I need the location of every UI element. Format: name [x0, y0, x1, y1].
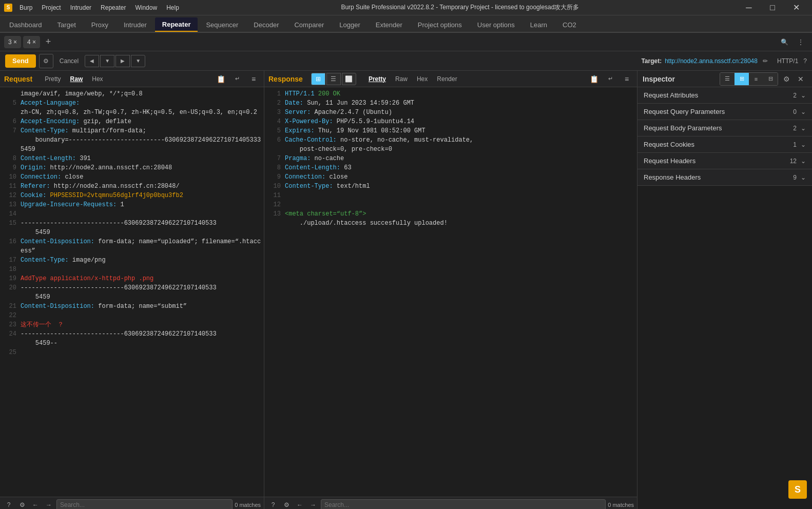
request-tab-hex[interactable]: Hex: [88, 74, 107, 84]
prev-dropdown-button[interactable]: ▼: [100, 55, 114, 67]
tab-decoder[interactable]: Decoder: [246, 17, 286, 32]
inspector-toggle-list-icon[interactable]: ☰: [720, 73, 734, 85]
request-footer-next-icon[interactable]: →: [43, 499, 54, 510]
tab-proxy[interactable]: Proxy: [84, 17, 115, 32]
inspector-section-header-request-body-params[interactable]: Request Body Parameters 2 ⌄: [637, 120, 812, 136]
request-footer-help-icon[interactable]: ?: [3, 499, 14, 510]
minimize-button[interactable]: ─: [737, 0, 761, 15]
table-row: 18: [0, 265, 264, 274]
request-matches-label: 0 matches: [235, 502, 261, 508]
close-button[interactable]: ✕: [784, 0, 808, 15]
send-button[interactable]: Send: [5, 54, 36, 68]
response-search-input[interactable]: [321, 499, 606, 510]
menu-window[interactable]: Window: [131, 3, 161, 12]
response-tab-hex[interactable]: Hex: [413, 74, 432, 84]
response-tab-render[interactable]: Render: [433, 74, 461, 84]
tab-sequencer[interactable]: Sequencer: [199, 17, 245, 32]
table-row: 11: [264, 191, 637, 200]
tab-intruder[interactable]: Intruder: [117, 17, 154, 32]
table-row: 5459: [0, 292, 264, 302]
request-footer-settings-icon[interactable]: ⚙: [16, 499, 28, 510]
chevron-down-icon: ⌄: [801, 108, 806, 115]
menu-intruder[interactable]: Intruder: [66, 3, 95, 12]
request-clipboard-icon[interactable]: 📋: [215, 73, 227, 85]
request-code-area[interactable]: image/avif, image/webp, */*;q=0.85Accept…: [0, 87, 264, 497]
next-request-button[interactable]: ▶: [115, 55, 130, 67]
table-row: 2Date: Sun, 11 Jun 2023 14:59:26 GMT: [264, 99, 637, 108]
response-footer-help-icon[interactable]: ?: [267, 499, 279, 510]
nav-tabs: Dashboard Target Proxy Intruder Repeater…: [0, 15, 812, 33]
request-tab-pretty[interactable]: Pretty: [41, 74, 65, 84]
inspector-section-header-response-headers[interactable]: Response Headers 9 ⌄: [637, 169, 812, 185]
http-help-icon[interactable]: ?: [803, 57, 807, 65]
table-row: 24----------------------------6306923872…: [0, 329, 264, 339]
inspector-settings-icon[interactable]: ⚙: [780, 73, 792, 85]
table-row: 5459--: [0, 339, 264, 348]
response-clipboard-icon[interactable]: 📋: [588, 73, 600, 85]
target-url[interactable]: http://node2.anna.nssctf.cn:28048: [665, 57, 758, 65]
menu-help[interactable]: Help: [162, 3, 183, 12]
inspector-toggle-panel-icon[interactable]: ≡: [749, 73, 763, 85]
response-view-split-icon[interactable]: ⊞: [311, 73, 325, 85]
send-bar: Send ⚙ Cancel ◀ ▼ ▶ ▼ Target: http://nod…: [0, 51, 812, 71]
inspector-section-header-request-cookies[interactable]: Request Cookies 1 ⌄: [637, 136, 812, 152]
titlebar: S Burp Project Intruder Repeater Window …: [0, 0, 812, 15]
request-search-input[interactable]: [56, 499, 233, 510]
next-dropdown-button[interactable]: ▼: [131, 55, 145, 67]
main-content: Request Pretty Raw Hex 📋 ↵ ≡ image/avif,…: [0, 71, 812, 509]
tab-dashboard[interactable]: Dashboard: [2, 17, 49, 32]
tab-project-options[interactable]: Project options: [411, 17, 469, 32]
add-tab-button[interactable]: +: [42, 36, 54, 48]
response-more-icon[interactable]: ≡: [621, 73, 633, 85]
more-options-icon[interactable]: ⋮: [794, 35, 808, 49]
inspector-section-header-request-query-params[interactable]: Request Query Parameters 0 ⌄: [637, 104, 812, 120]
tab-repeater[interactable]: Repeater: [155, 17, 198, 32]
request-settings-icon[interactable]: ⚙: [39, 54, 53, 68]
maximize-button[interactable]: □: [761, 0, 784, 15]
menu-burp[interactable]: Burp: [15, 3, 36, 12]
prev-request-button[interactable]: ◀: [85, 55, 99, 67]
inspector-section-request-cookies: Request Cookies 1 ⌄: [637, 136, 812, 153]
edit-target-icon[interactable]: ✏: [763, 57, 768, 65]
response-newline-icon[interactable]: ↵: [604, 73, 616, 85]
inspector-section-request-headers: Request Headers 12 ⌄: [637, 153, 812, 169]
response-view-toggle: ⊞ ☰ ⬜: [311, 73, 356, 85]
response-footer-settings-icon[interactable]: ⚙: [281, 499, 292, 510]
table-row: 11Referer: http://node2.anna.nssctf.cn:2…: [0, 182, 264, 191]
inspector-section-header-request-attributes[interactable]: Request Attributes 2 ⌄: [637, 87, 812, 103]
tab-target[interactable]: Target: [50, 17, 83, 32]
request-tab-raw[interactable]: Raw: [66, 74, 87, 84]
tab-extender[interactable]: Extender: [369, 17, 410, 32]
repeater-tab-4[interactable]: 4 ×: [23, 36, 40, 48]
table-row: boundary=--------------------------63069…: [0, 135, 264, 154]
inspector-toggle-split-icon[interactable]: ⊞: [734, 73, 749, 85]
response-view-single-icon[interactable]: ⬜: [342, 73, 356, 85]
request-footer-prev-icon[interactable]: ←: [30, 499, 41, 510]
response-view-list-icon[interactable]: ☰: [326, 73, 341, 85]
inspector-close-icon[interactable]: ✕: [795, 73, 807, 85]
response-footer-prev-icon[interactable]: ←: [294, 499, 305, 510]
tab-user-options[interactable]: User options: [470, 17, 522, 32]
response-footer-next-icon[interactable]: →: [307, 499, 319, 510]
request-title: Request: [4, 75, 32, 83]
menu-project[interactable]: Project: [37, 3, 65, 12]
table-row: 8Content-Length: 391: [0, 154, 264, 163]
history-navigation: ◀ ▼ ▶ ▼: [85, 55, 145, 67]
tab-co2[interactable]: CO2: [555, 17, 584, 32]
http-version-label[interactable]: HTTP/1: [777, 57, 798, 65]
tab-comparer[interactable]: Comparer: [287, 17, 331, 32]
response-tab-raw[interactable]: Raw: [391, 74, 412, 84]
cancel-button[interactable]: Cancel: [56, 56, 82, 66]
repeater-tab-3[interactable]: 3 ×: [4, 36, 21, 48]
search-icon[interactable]: 🔍: [777, 35, 791, 49]
tab-logger[interactable]: Logger: [332, 17, 367, 32]
response-code-area[interactable]: 1HTTP/1.1 200 OK2Date: Sun, 11 Jun 2023 …: [264, 87, 637, 497]
response-tab-pretty[interactable]: Pretty: [364, 74, 390, 84]
tab-learn[interactable]: Learn: [523, 17, 554, 32]
request-newline-icon[interactable]: ↵: [231, 73, 243, 85]
inspector-section-header-request-headers[interactable]: Request Headers 12 ⌄: [637, 153, 812, 169]
inspector-toggle-grid-icon[interactable]: ⊟: [763, 73, 778, 85]
request-more-icon[interactable]: ≡: [247, 73, 260, 85]
menu-repeater[interactable]: Repeater: [96, 3, 130, 12]
request-panel: Request Pretty Raw Hex 📋 ↵ ≡ image/avif,…: [0, 71, 264, 509]
